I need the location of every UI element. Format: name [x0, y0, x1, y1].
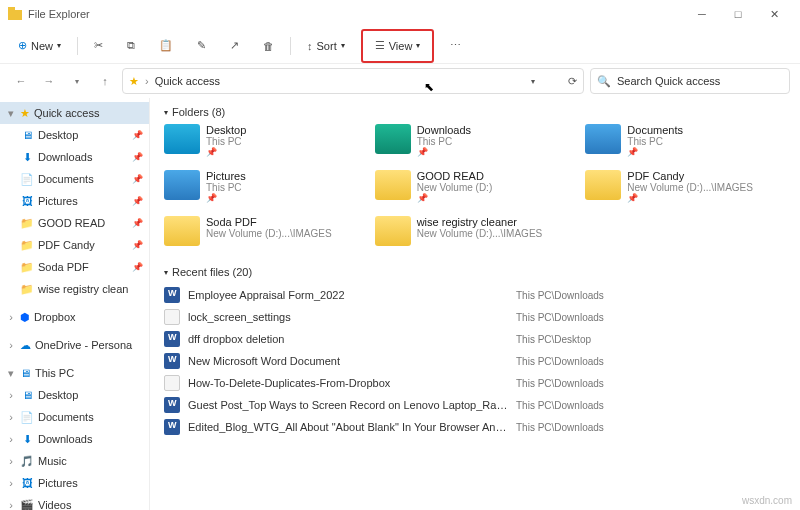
delete-button[interactable]: 🗑 [255, 33, 282, 59]
sidebar-item[interactable]: 📄Documents📌 [0, 168, 149, 190]
maximize-button[interactable]: □ [720, 0, 756, 28]
more-button[interactable]: ⋯ [442, 33, 469, 59]
folder-icon: 🖼 [20, 194, 34, 208]
file-icon [164, 397, 180, 413]
view-button[interactable]: ☰ View ▾ [367, 33, 429, 59]
file-name: Employee Appraisal Form_2022 [188, 289, 508, 301]
file-name: Guest Post_Top Ways to Screen Record on … [188, 399, 508, 411]
expand-icon[interactable]: › [6, 477, 16, 489]
file-row[interactable]: New Microsoft Word DocumentThis PC\Downl… [164, 350, 786, 372]
recent-header[interactable]: ▾Recent files (20) [164, 266, 786, 278]
file-path: This PC\Downloads [516, 312, 604, 323]
file-row[interactable]: dff dropbox deletionThis PC\Desktop [164, 328, 786, 350]
folder-item[interactable]: Soda PDFNew Volume (D:)...\IMAGES [164, 216, 365, 256]
sidebar-item[interactable]: ›🖥Desktop [0, 384, 149, 406]
sidebar-item[interactable]: 📁wise registry clean [0, 278, 149, 300]
share-button[interactable]: ↗ [222, 33, 247, 59]
sidebar-item[interactable]: ›⬇Downloads [0, 428, 149, 450]
folder-item[interactable]: GOOD READNew Volume (D:)📌 [375, 170, 576, 210]
sidebar-item[interactable]: 📁Soda PDF📌 [0, 256, 149, 278]
sidebar-item[interactable]: ›🎬Videos [0, 494, 149, 510]
back-button[interactable]: ← [10, 70, 32, 92]
folder-item[interactable]: DownloadsThis PC📌 [375, 124, 576, 164]
folder-location: This PC [627, 136, 683, 147]
sidebar-dropbox[interactable]: ›⬢Dropbox [0, 306, 149, 328]
refresh-button[interactable]: ⟳ [568, 75, 577, 88]
close-button[interactable]: ✕ [756, 0, 792, 28]
file-icon [164, 309, 180, 325]
folder-name: Pictures [206, 170, 246, 182]
sidebar-onedrive[interactable]: ›☁OneDrive - Persona [0, 334, 149, 356]
folder-icon [585, 170, 621, 200]
sidebar-item-label: Pictures [38, 195, 78, 207]
file-row[interactable]: Edited_Blog_WTG_All About "About Blank" … [164, 416, 786, 438]
collapse-icon[interactable]: ▾ [6, 367, 16, 380]
address-bar[interactable]: ★ › Quick access ▾ ⟳ [122, 68, 584, 94]
expand-icon[interactable]: › [6, 389, 16, 401]
rename-button[interactable]: ✎ [189, 33, 214, 59]
folder-location: This PC [206, 136, 246, 147]
minimize-button[interactable]: ─ [684, 0, 720, 28]
folder-location: This PC [206, 182, 246, 193]
folder-item[interactable]: DesktopThis PC📌 [164, 124, 365, 164]
sidebar-item[interactable]: ›📄Documents [0, 406, 149, 428]
title-bar: File Explorer ─ □ ✕ [0, 0, 800, 28]
sidebar: ▾★Quick access 🖥Desktop📌⬇Downloads📌📄Docu… [0, 98, 150, 510]
view-highlight: ☰ View ▾ [361, 29, 435, 63]
folder-item[interactable]: DocumentsThis PC📌 [585, 124, 786, 164]
file-name: dff dropbox deletion [188, 333, 508, 345]
sort-button[interactable]: ↕ Sort ▾ [299, 33, 353, 59]
address-dropdown[interactable]: ▾ [531, 77, 535, 86]
folder-item[interactable]: PDF CandyNew Volume (D:)...\IMAGES📌 [585, 170, 786, 210]
divider [290, 37, 291, 55]
file-path: This PC\Downloads [516, 400, 604, 411]
expand-icon[interactable]: › [6, 339, 16, 351]
sidebar-item[interactable]: 🖼Pictures📌 [0, 190, 149, 212]
pin-icon: 📌 [132, 196, 143, 206]
expand-icon[interactable]: › [6, 499, 16, 510]
folder-icon: 📄 [20, 172, 34, 186]
window-title: File Explorer [28, 8, 90, 20]
folder-item[interactable]: wise registry cleanerNew Volume (D:)...\… [375, 216, 576, 256]
collapse-icon[interactable]: ▾ [6, 107, 16, 120]
search-box[interactable]: 🔍 Search Quick access [590, 68, 790, 94]
paste-button[interactable]: 📋 [151, 33, 181, 59]
pin-icon: 📌 [132, 152, 143, 162]
cut-button[interactable]: ✂ [86, 33, 111, 59]
sidebar-item[interactable]: 🖥Desktop📌 [0, 124, 149, 146]
file-row[interactable]: Guest Post_Top Ways to Screen Record on … [164, 394, 786, 416]
sidebar-item[interactable]: ›🎵Music [0, 450, 149, 472]
folder-item[interactable]: PicturesThis PC📌 [164, 170, 365, 210]
sidebar-quick-access[interactable]: ▾★Quick access [0, 102, 149, 124]
file-row[interactable]: lock_screen_settingsThis PC\Downloads [164, 306, 786, 328]
sidebar-item[interactable]: ⬇Downloads📌 [0, 146, 149, 168]
file-path: This PC\Downloads [516, 356, 604, 367]
sidebar-item[interactable]: 📁PDF Candy📌 [0, 234, 149, 256]
pin-icon: 📌 [132, 240, 143, 250]
file-row[interactable]: Employee Appraisal Form_2022This PC\Down… [164, 284, 786, 306]
recent-dropdown[interactable]: ▾ [66, 70, 88, 92]
sidebar-item[interactable]: ›🖼Pictures [0, 472, 149, 494]
pin-icon: 📌 [132, 218, 143, 228]
sidebar-item-label: GOOD READ [38, 217, 105, 229]
folder-icon: 🖥 [20, 388, 34, 402]
expand-icon[interactable]: › [6, 311, 16, 323]
sidebar-this-pc[interactable]: ▾🖥This PC [0, 362, 149, 384]
forward-button[interactable]: → [38, 70, 60, 92]
expand-icon[interactable]: › [6, 411, 16, 423]
sidebar-item-label: Downloads [38, 433, 92, 445]
folder-location: This PC [417, 136, 471, 147]
file-path: This PC\Downloads [516, 378, 604, 389]
sidebar-item[interactable]: 📁GOOD READ📌 [0, 212, 149, 234]
copy-button[interactable]: ⧉ [119, 33, 143, 59]
folder-icon: 📄 [20, 410, 34, 424]
new-button[interactable]: ⊕New▾ [10, 33, 69, 59]
up-button[interactable]: ↑ [94, 70, 116, 92]
file-name: New Microsoft Word Document [188, 355, 508, 367]
expand-icon[interactable]: › [6, 455, 16, 467]
file-row[interactable]: How-To-Delete-Duplicates-From-DropboxThi… [164, 372, 786, 394]
folder-icon: ⬇ [20, 432, 34, 446]
folders-header[interactable]: ▾Folders (8) [164, 106, 786, 118]
expand-icon[interactable]: › [6, 433, 16, 445]
file-name: Edited_Blog_WTG_All About "About Blank" … [188, 421, 508, 433]
